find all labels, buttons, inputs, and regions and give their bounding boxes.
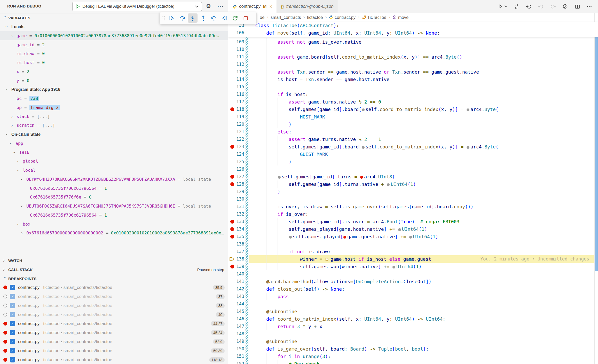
code-line[interactable]: 140 bbox=[228, 270, 598, 278]
more-actions-icon[interactable] bbox=[587, 6, 592, 7]
code-line[interactable]: 141 @arc4.baremethod(allow_actions=[OnCo… bbox=[228, 278, 598, 285]
breakpoint-row[interactable]: ✓contract.pytictactoe • smart_contracts/… bbox=[0, 319, 228, 328]
code-line[interactable]: 129 ) bbox=[228, 188, 598, 195]
code-line[interactable]: 130 bbox=[228, 195, 598, 203]
next-change-icon[interactable] bbox=[550, 4, 556, 10]
breakpoint-checkbox[interactable]: ✓ bbox=[10, 321, 15, 326]
launch-config-select[interactable]: Debug TEAL via AlgoKit AVM Debugger (tic… bbox=[72, 2, 202, 11]
stop-icon[interactable] bbox=[241, 13, 250, 23]
code-line[interactable]: 152 # Row check bbox=[228, 360, 598, 364]
code-line[interactable]: 126 bbox=[228, 165, 598, 173]
run-python-file-button[interactable] bbox=[498, 4, 507, 9]
variable-row[interactable]: ›1916 bbox=[0, 148, 228, 157]
inline-breakpoint-gray-icon[interactable] bbox=[398, 228, 401, 231]
code-line[interactable]: 144 bbox=[228, 300, 598, 308]
code-line[interactable]: 131 is_over, is_draw = self.is_game_over… bbox=[228, 203, 598, 210]
breadcrumb-item[interactable]: tictactoe bbox=[307, 15, 323, 20]
inline-breakpoint-red-icon[interactable] bbox=[343, 236, 346, 239]
breakpoint-checkbox[interactable]: ✓ bbox=[10, 348, 15, 353]
variable-row[interactable]: is_host = 0 bbox=[0, 58, 228, 67]
breakpoint-row[interactable]: ✓contract.pytictactoe • smart_contracts/… bbox=[0, 301, 228, 310]
reverse-continue-icon[interactable] bbox=[219, 13, 229, 23]
code-line[interactable]: 116 if is_host: bbox=[228, 91, 598, 98]
code-line[interactable]: 150 def is_game_over(self, board: Board)… bbox=[228, 345, 598, 353]
source-control-graph-icon[interactable] bbox=[562, 3, 568, 10]
step-back-icon[interactable] bbox=[209, 13, 219, 23]
variable-row[interactable]: 0x67616d65735f706c61796564 = 1 bbox=[0, 211, 228, 220]
code-line[interactable]: 148 bbox=[228, 330, 598, 338]
variable-row[interactable]: game_id = 2 bbox=[0, 40, 228, 49]
variable-row[interactable]: ›stack = [...] bbox=[0, 112, 228, 121]
scrollbar-thumb[interactable] bbox=[595, 23, 598, 271]
continue-icon[interactable] bbox=[167, 13, 176, 23]
variable-row[interactable]: is_draw = 0 bbox=[0, 49, 228, 58]
breakpoint-icon[interactable] bbox=[3, 313, 7, 316]
code-line[interactable]: 33class TicTacToe(ARC4Contract): bbox=[228, 22, 598, 29]
breakpoint-checkbox[interactable]: ✓ bbox=[10, 285, 15, 290]
breakpoint-icon[interactable] bbox=[3, 295, 7, 298]
inline-breakpoint-gray-icon[interactable] bbox=[387, 183, 390, 186]
variable-row[interactable]: 0x67616d65735f706c61796564 = 1 bbox=[0, 184, 228, 193]
inline-breakpoint-gray-icon[interactable] bbox=[362, 108, 365, 111]
code-line[interactable]: 124 GUEST_MARK bbox=[228, 151, 598, 158]
variable-row[interactable]: y = 0 bbox=[0, 76, 228, 85]
code-line[interactable]: 122 assert game.turns.native % 2 == 1 bbox=[228, 136, 598, 143]
variable-row[interactable]: ›OEYWY64H3D7QK6KCGG6NM2XKKOTZB6BEGZ2P6VA… bbox=[0, 175, 228, 184]
inline-breakpoint-gray-icon[interactable] bbox=[289, 236, 292, 239]
breakpoint-icon[interactable] bbox=[3, 340, 7, 344]
step-out-icon[interactable] bbox=[198, 13, 208, 23]
compare-changes-icon[interactable] bbox=[514, 4, 520, 10]
breakpoint-checkbox[interactable]: ✓ bbox=[10, 339, 15, 344]
breakpoint-row[interactable]: ✓contract.pytictactoe • smart_contracts/… bbox=[0, 292, 228, 301]
code-line[interactable]: 132 if is_over: bbox=[228, 210, 598, 218]
code-line[interactable]: 139 self.games_won[winner.native] += UIn… bbox=[228, 263, 598, 270]
variable-row[interactable]: op = frame_dig 2 bbox=[0, 103, 228, 112]
code-line[interactable]: 119 HOST_MARK bbox=[228, 113, 598, 121]
breakpoint-row[interactable]: ✓contract.pytictactoe • smart_contracts/… bbox=[0, 310, 228, 319]
code-line[interactable]: 113 assert Txn.sender == game.host.nativ… bbox=[228, 68, 598, 76]
code-line[interactable]: 147 return 3 * y + x bbox=[228, 323, 598, 330]
inline-breakpoint-red-icon[interactable] bbox=[360, 176, 363, 179]
breakpoint-checkbox[interactable]: ✓ bbox=[10, 312, 15, 317]
variable-row[interactable]: ›scratch = [...] bbox=[0, 121, 228, 130]
inline-breakpoint-gray-icon[interactable] bbox=[467, 108, 469, 111]
breadcrumb-item[interactable]: move bbox=[392, 15, 408, 20]
tab-transaction-group-json[interactable]: {} transaction-group-0.json bbox=[277, 0, 338, 13]
code-line[interactable]: 143 pass bbox=[228, 293, 598, 300]
code-area[interactable]: 109 assert not game.is_over.native110 11… bbox=[228, 37, 598, 364]
code-line[interactable]: 106 def move(self, game_id: UInt64, x: U… bbox=[228, 29, 598, 37]
inline-breakpoint-gray-icon[interactable] bbox=[409, 236, 412, 239]
code-line[interactable]: 112 bbox=[228, 61, 598, 68]
breakpoint-icon[interactable] bbox=[3, 286, 7, 289]
go-back-icon[interactable] bbox=[526, 4, 532, 10]
breakpoint-checkbox[interactable]: ✓ bbox=[10, 357, 15, 362]
inline-breakpoint-gray-icon[interactable] bbox=[278, 176, 281, 179]
gear-icon[interactable]: ⚙ bbox=[206, 3, 211, 10]
inline-breakpoint-gray-icon[interactable] bbox=[392, 266, 395, 268]
more-actions-icon[interactable]: ··· bbox=[217, 3, 224, 10]
code-line[interactable]: 146 def coord_to_matrix_index(self, x: U… bbox=[228, 315, 598, 323]
inline-breakpoint-gray-icon[interactable] bbox=[362, 146, 365, 149]
inline-breakpoint-gray-icon[interactable] bbox=[467, 146, 469, 149]
code-line[interactable]: 120 ) bbox=[228, 121, 598, 128]
breadcrumb-item[interactable]: contract.py bbox=[329, 15, 356, 20]
breakpoint-icon[interactable] bbox=[3, 349, 7, 353]
variables-group-row[interactable]: ›Program State: App 1916 bbox=[0, 85, 228, 94]
code-line[interactable]: 137 if not is_draw: bbox=[228, 248, 598, 255]
variable-row[interactable]: x = 2 bbox=[0, 67, 228, 76]
section-breakpoints[interactable]: › BREAKPOINTS bbox=[0, 274, 228, 283]
restart-icon[interactable] bbox=[230, 13, 240, 23]
drag-handle-icon[interactable] bbox=[162, 15, 165, 21]
section-watch[interactable]: › WATCH bbox=[0, 256, 228, 265]
variable-row[interactable]: ›box bbox=[0, 220, 228, 229]
breakpoint-row[interactable]: ✓contract.pytictactoe • smart_contracts/… bbox=[0, 328, 228, 337]
code-line[interactable]: 128 self.games[game_id].turns.native + U… bbox=[228, 180, 598, 188]
variable-row[interactable]: ›0x67616d6573000000000000000002 = 0x0100… bbox=[0, 228, 228, 238]
breakpoint-checkbox[interactable]: ✓ bbox=[10, 330, 15, 335]
step-over-icon[interactable] bbox=[177, 13, 187, 23]
variable-row[interactable]: ›global bbox=[0, 157, 228, 166]
breakpoint-row[interactable]: ✓contract.pytictactoe • smart_contracts/… bbox=[0, 355, 228, 364]
debug-start-icon[interactable] bbox=[76, 4, 80, 9]
breadcrumb-item[interactable]: smart_contracts bbox=[271, 15, 301, 20]
code-line[interactable]: 109 assert not game.is_over.native bbox=[228, 38, 598, 46]
